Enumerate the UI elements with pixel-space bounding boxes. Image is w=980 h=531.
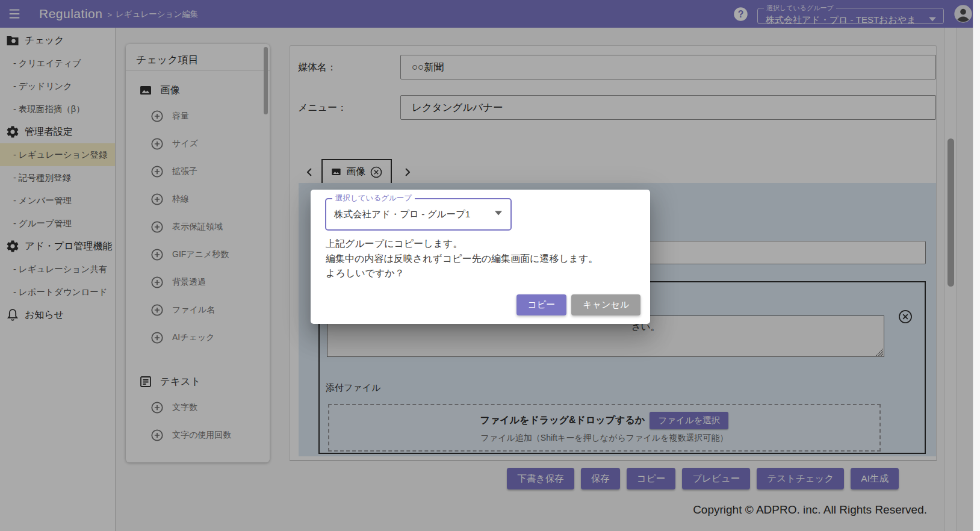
dialog-group-select-label: 選択しているグループ bbox=[332, 193, 415, 203]
caret-down-icon bbox=[495, 211, 502, 216]
dialog-message-line: 上記グループにコピーします。 bbox=[326, 237, 598, 252]
dialog-message: 上記グループにコピーします。 編集中の内容は反映されずコピー先の編集画面に遷移し… bbox=[326, 237, 598, 281]
dialog-group-select[interactable]: 選択しているグループ 株式会社アド・プロ - グループ1 bbox=[325, 193, 512, 231]
page-scrollbar-gutter[interactable] bbox=[973, 0, 980, 531]
dialog-group-select-value: 株式会社アド・プロ - グループ1 bbox=[334, 208, 470, 221]
dialog-message-line: 編集中の内容は反映されずコピー先の編集画面に遷移します。 bbox=[326, 252, 598, 267]
dialog-message-line: よろしいですか？ bbox=[326, 266, 598, 281]
regulation-app: Regulation > レギュレーション編集 ? 選択しているグループ 株式会… bbox=[0, 0, 980, 531]
copy-confirm-dialog: 選択しているグループ 株式会社アド・プロ - グループ1 上記グループにコピーし… bbox=[311, 190, 650, 324]
dialog-actions: コピー キャンセル bbox=[516, 294, 640, 315]
dialog-cancel-button[interactable]: キャンセル bbox=[571, 294, 640, 315]
dialog-copy-button[interactable]: コピー bbox=[516, 294, 567, 315]
